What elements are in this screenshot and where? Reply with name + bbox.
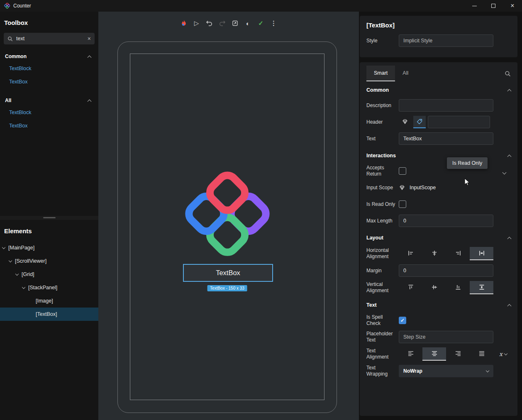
redo-icon[interactable] — [218, 18, 227, 28]
tag-icon[interactable] — [413, 116, 426, 128]
section-label: Layout — [366, 235, 383, 241]
placeholder-text-input[interactable] — [399, 331, 493, 343]
canvas-textbox-control[interactable]: TextBox — [183, 264, 273, 282]
text-wrapping-dropdown[interactable]: NoWrap — [399, 365, 493, 377]
property-tabs: Smart All — [366, 62, 511, 81]
section-common[interactable]: Common — [366, 83, 511, 97]
chevron-up-icon[interactable] — [507, 89, 512, 93]
toolbox-group-common[interactable]: Common — [0, 51, 98, 62]
is-spell-check-checkbox[interactable]: ✓ — [399, 317, 406, 324]
tree-item-image[interactable]: [Image] — [0, 294, 98, 308]
align-right-icon[interactable] — [446, 247, 470, 260]
group-label: All — [5, 98, 11, 103]
chevron-down-icon[interactable] — [22, 285, 25, 288]
binding-gem-icon[interactable] — [399, 116, 411, 128]
tree-item-label: [Grid] — [22, 271, 34, 277]
property-search-button[interactable] — [505, 66, 511, 81]
sidebar-splitter[interactable] — [0, 216, 98, 220]
tab-label: Smart — [374, 70, 388, 76]
style-label: Style — [366, 38, 399, 44]
align-top-icon[interactable] — [399, 281, 422, 294]
chevron-down-icon — [504, 352, 507, 355]
maximize-button[interactable] — [484, 0, 503, 12]
style-input[interactable] — [399, 34, 493, 47]
tree-item-grid[interactable]: [Grid] — [0, 268, 98, 281]
toolbox-item-textbox[interactable]: TextBox — [0, 75, 98, 88]
header-input[interactable] — [428, 116, 490, 128]
mouse-cursor — [464, 178, 470, 186]
section-label: Common — [366, 87, 389, 93]
align-center-vertical-icon[interactable] — [422, 281, 446, 294]
text-wrapping-label: Text Wrapping — [366, 365, 399, 377]
close-button[interactable]: × — [503, 0, 522, 12]
chevron-up-icon[interactable] — [507, 237, 512, 241]
hot-reload-flame-icon[interactable] — [179, 18, 188, 28]
expression-button[interactable]: x — [499, 351, 507, 357]
app-logo-image[interactable] — [181, 168, 274, 262]
undo-icon[interactable] — [205, 18, 214, 28]
text-wrapping-value: NoWrap — [403, 368, 422, 374]
stretch-vertical-icon[interactable] — [470, 281, 493, 294]
text-input[interactable] — [399, 132, 493, 145]
tree-item-scrollviewer[interactable]: [ScrollViewer] — [0, 254, 98, 268]
max-length-label: Max Length — [366, 218, 399, 224]
tab-all[interactable]: All — [395, 66, 416, 81]
align-bottom-icon[interactable] — [446, 281, 470, 294]
maximize-icon — [491, 4, 495, 8]
fit-view-icon[interactable] — [231, 18, 240, 28]
input-scope-value[interactable]: InputScope — [410, 185, 436, 190]
elements-heading: Elements — [4, 227, 94, 234]
binding-gem-icon[interactable] — [399, 184, 405, 191]
vertical-alignment-group — [399, 281, 493, 294]
tree-item-label: [ScrollViewer] — [15, 258, 46, 264]
tab-smart[interactable]: Smart — [366, 66, 395, 81]
design-canvas[interactable]: ▷ ◐ ✓ ⋮ TextBox — [98, 12, 359, 420]
chevron-down-icon[interactable] — [15, 272, 19, 275]
is-read-only-checkbox[interactable] — [399, 200, 406, 208]
minimize-button[interactable] — [465, 0, 484, 12]
play-icon[interactable]: ▷ — [192, 18, 201, 28]
section-layout[interactable]: Layout — [366, 231, 511, 245]
toolbox-item-textbox[interactable]: TextBox — [0, 119, 98, 132]
splitter-handle[interactable] — [43, 217, 56, 218]
toolbox-search[interactable]: × — [4, 33, 95, 44]
stretch-horizontal-icon[interactable] — [470, 247, 493, 260]
horizontal-alignment-group — [399, 247, 493, 260]
chevron-down-icon — [486, 369, 489, 372]
tree-item-textbox[interactable]: [TextBox] — [0, 308, 98, 321]
overflow-menu-icon[interactable]: ⋮ — [269, 18, 278, 28]
tree-item-label: [TextBox] — [36, 311, 57, 317]
description-input[interactable] — [399, 99, 493, 112]
chevron-down-icon[interactable] — [2, 245, 5, 249]
max-length-input[interactable] — [399, 215, 493, 227]
elements-panel: Elements [MainPage] [ScrollViewer] [Grid… — [0, 220, 98, 321]
section-label: Text — [366, 302, 377, 308]
toolbox-search-input[interactable] — [16, 36, 84, 42]
text-align-right-icon[interactable] — [446, 347, 470, 361]
accepts-return-checkbox[interactable] — [399, 167, 406, 175]
chevron-up-icon[interactable] — [507, 304, 512, 308]
align-left-icon[interactable] — [399, 247, 422, 260]
toolbox-group-all[interactable]: All — [0, 95, 98, 106]
tree-item-label: [Image] — [36, 298, 53, 304]
tree-item-stackpanel[interactable]: [StackPanel] — [0, 281, 98, 294]
text-align-justify-icon[interactable] — [470, 347, 493, 361]
align-center-horizontal-icon[interactable] — [422, 247, 446, 260]
toolbox-item-textblock[interactable]: TextBlock — [0, 106, 98, 119]
tree-item-mainpage[interactable]: [MainPage] — [0, 241, 98, 254]
chevron-up-icon[interactable] — [507, 154, 512, 159]
text-align-center-icon[interactable] — [422, 347, 446, 361]
text-align-left-icon[interactable] — [399, 347, 422, 361]
section-text[interactable]: Text — [366, 298, 511, 312]
window-title: Counter — [13, 3, 31, 9]
canvas-textbox-text: TextBox — [216, 269, 240, 277]
chevron-down-icon[interactable] — [9, 259, 12, 262]
chevron-up-icon — [88, 99, 92, 103]
section-interactions[interactable]: Interactions — [366, 149, 511, 163]
theme-toggle-icon[interactable]: ◐ — [244, 18, 253, 28]
margin-input[interactable] — [399, 264, 493, 277]
toolbox-item-textblock[interactable]: TextBlock — [0, 62, 98, 75]
clear-search-icon[interactable]: × — [88, 36, 91, 42]
validation-check-icon[interactable]: ✓ — [256, 18, 266, 28]
device-screen[interactable]: TextBox TextBox - 150 x 33 — [130, 54, 324, 400]
